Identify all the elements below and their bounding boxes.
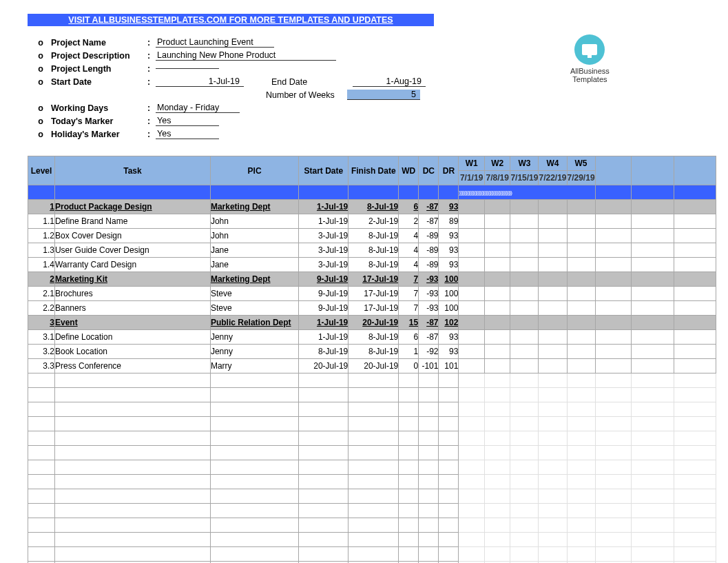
table-row[interactable]: 2.1BrochuresSteve9-Jul-1917-Jul-197-9310…	[28, 287, 716, 301]
cell-pic: Jenny	[210, 330, 298, 345]
cell-level: 1.4	[28, 258, 55, 272]
cell-wd: 4	[399, 258, 419, 272]
table-row[interactable]: 3.2Book LocationJenny8-Jul-198-Jul-191-9…	[28, 345, 716, 359]
cell-wd: 7	[399, 287, 419, 301]
table-row[interactable]: 3EventPublic Relation Dept1-Jul-1920-Jul…	[28, 316, 716, 330]
end-date-label: End Date	[271, 77, 353, 87]
cell-pic: Marketing Dept	[210, 200, 298, 214]
table-row[interactable]: 1.2Box Cover DesignJohn3-Jul-198-Jul-194…	[28, 229, 716, 243]
cell-start: 9-Jul-19	[299, 287, 349, 301]
cell-start: 1-Jul-19	[299, 214, 349, 229]
blank-col-1	[595, 156, 632, 185]
project-length-label: Project Length	[51, 64, 147, 74]
table-row-empty[interactable]	[28, 547, 716, 562]
cell-dc: -89	[419, 258, 439, 272]
week-1: W1	[459, 156, 485, 171]
cell-wd: 2	[399, 214, 419, 229]
cell-level: 2	[28, 272, 55, 287]
cell-dr: 93	[439, 229, 459, 243]
col-wd: WD	[399, 156, 419, 185]
table-row-empty[interactable]	[28, 460, 716, 475]
blank-col-3	[674, 156, 716, 185]
cell-dc: -87	[419, 330, 439, 345]
cell-start: 20-Jul-19	[299, 359, 349, 373]
table-row[interactable]: 3.3Press ConferenceMarry20-Jul-1920-Jul-…	[28, 359, 716, 373]
cell-level: 3.2	[28, 345, 55, 359]
cell-dr: 93	[439, 243, 459, 258]
project-name-value[interactable]: Product Launching Event	[156, 37, 274, 48]
cell-dr: 100	[439, 272, 459, 287]
cell-pic: John	[210, 229, 298, 243]
table-row-empty[interactable]	[28, 489, 716, 504]
cell-task: Event	[54, 316, 210, 330]
table-row[interactable]: 3.1Define LocationJenny1-Jul-198-Jul-196…	[28, 330, 716, 345]
today-marker-value[interactable]: Yes	[156, 116, 219, 126]
project-length-value[interactable]	[156, 68, 219, 69]
cell-start: 8-Jul-19	[299, 345, 349, 359]
cell-wd: 4	[399, 229, 419, 243]
col-dc: DC	[419, 156, 439, 185]
cell-pic: Public Relation Dept	[210, 316, 298, 330]
end-date-value[interactable]: 1-Aug-19	[353, 76, 426, 87]
separator-row: ))))))))))))))))))))))))))))))))))))))))…	[28, 185, 716, 200]
table-row[interactable]: 2Marketing KitMarketing Dept9-Jul-1917-J…	[28, 272, 716, 287]
cell-dc: -89	[419, 229, 439, 243]
week-5-date: 7/29/19	[567, 171, 595, 185]
cell-wd: 7	[399, 301, 419, 316]
table-row[interactable]: 1Product Package DesignMarketing Dept1-J…	[28, 200, 716, 214]
table-row-empty[interactable]	[28, 533, 716, 547]
cell-pic: John	[210, 214, 298, 229]
laptop-icon	[574, 34, 605, 65]
title-banner[interactable]: VISIT ALLBUSINESSTEMPLATES.COM FOR MORE …	[28, 14, 434, 26]
cell-dc: -93	[419, 287, 439, 301]
cell-finish: 8-Jul-19	[349, 330, 399, 345]
holiday-marker-value[interactable]: Yes	[156, 129, 219, 139]
cell-start: 3-Jul-19	[299, 229, 349, 243]
col-start: Start Date	[299, 156, 349, 185]
table-row-empty[interactable]	[28, 388, 716, 402]
table-row-empty[interactable]	[28, 417, 716, 431]
cell-dr: 101	[439, 359, 459, 373]
cell-level: 1.3	[28, 243, 55, 258]
cell-dc: -93	[419, 272, 439, 287]
table-row-empty[interactable]	[28, 504, 716, 518]
col-dr: DR	[439, 156, 459, 185]
cell-wd: 6	[399, 330, 419, 345]
table-row[interactable]: 2.2BannersSteve9-Jul-1917-Jul-197-93100	[28, 301, 716, 316]
cell-task: Press Conference	[54, 359, 210, 373]
table-row-empty[interactable]	[28, 431, 716, 446]
table-row-empty[interactable]	[28, 373, 716, 388]
table-row-empty[interactable]	[28, 518, 716, 533]
num-weeks-value[interactable]: 5	[347, 90, 420, 100]
cell-task: Product Package Design	[54, 200, 210, 214]
cell-pic: Jenny	[210, 345, 298, 359]
working-days-value[interactable]: Monday - Friday	[156, 103, 240, 113]
table-row[interactable]: 1.1Define Brand NameJohn1-Jul-192-Jul-19…	[28, 214, 716, 229]
project-name-label: Project Name	[51, 38, 147, 48]
table-row-empty[interactable]	[28, 446, 716, 460]
start-date-value[interactable]: 1-Jul-19	[156, 76, 244, 87]
table-row-empty[interactable]	[28, 475, 716, 489]
col-task: Task	[54, 156, 210, 185]
table-row[interactable]: 1.3User Guide Cover DesignJane3-Jul-198-…	[28, 243, 716, 258]
cell-wd: 7	[399, 272, 419, 287]
week-3-date: 7/15/19	[510, 171, 539, 185]
cell-pic: Marketing Dept	[210, 272, 298, 287]
cell-dc: -93	[419, 301, 439, 316]
logo-text-1: AllBusiness	[570, 67, 610, 75]
cell-start: 9-Jul-19	[299, 301, 349, 316]
cell-task: Box Cover Design	[54, 229, 210, 243]
project-desc-value[interactable]: Launching New Phone Product	[156, 50, 336, 61]
cell-dr: 93	[439, 330, 459, 345]
week-5: W5	[567, 156, 595, 171]
cell-dc: -101	[419, 359, 439, 373]
cell-pic: Jane	[210, 258, 298, 272]
week-4: W4	[539, 156, 567, 171]
table-row[interactable]: 1.4Warranty Card DesignJane3-Jul-198-Jul…	[28, 258, 716, 272]
cell-finish: 2-Jul-19	[349, 214, 399, 229]
cell-level: 3.1	[28, 330, 55, 345]
logo: AllBusiness Templates	[570, 34, 610, 83]
gantt-table: Level Task PIC Start Date Finish Date WD…	[28, 156, 716, 563]
cell-task: Define Location	[54, 330, 210, 345]
table-row-empty[interactable]	[28, 402, 716, 417]
